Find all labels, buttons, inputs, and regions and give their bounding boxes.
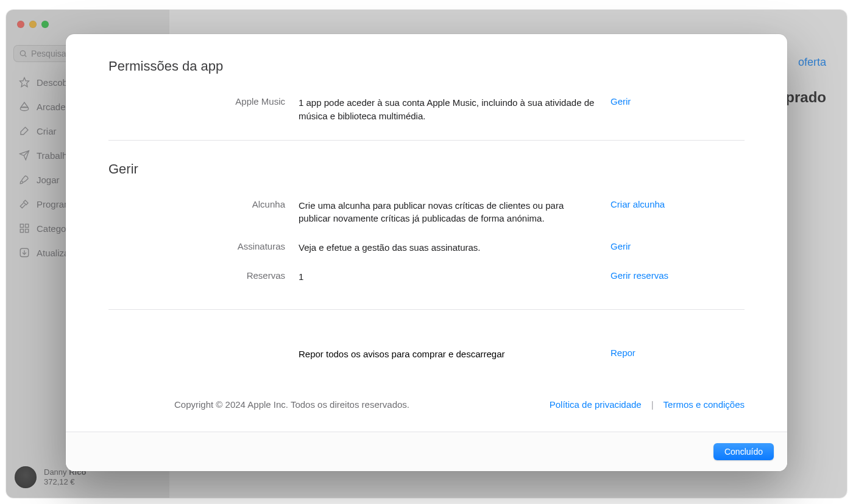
row-label: Reservas: [108, 270, 285, 284]
privacy-policy-link[interactable]: Política de privacidade: [550, 399, 642, 410]
svg-rect-7: [26, 229, 29, 233]
sidebar-item-label: Arcade: [37, 102, 66, 112]
svg-rect-4: [20, 224, 23, 227]
section-title-permissions: Permissões da app: [108, 58, 745, 74]
maximize-window-button[interactable]: [41, 21, 49, 28]
search-icon: [19, 49, 27, 58]
row-desc: Crie uma alcunha para publicar novas crí…: [299, 199, 597, 226]
row-desc: 1 app pode aceder à sua conta Apple Musi…: [299, 96, 597, 123]
row-desc: Veja e efetue a gestão das suas assinatu…: [299, 241, 597, 254]
row-desc: Repor todos os avisos para comprar e des…: [299, 348, 597, 361]
divider: [108, 140, 745, 141]
purchased-heading-fragment: prado: [785, 89, 826, 106]
arcade-icon: [18, 101, 30, 112]
star-icon: [18, 77, 30, 88]
account-settings-modal: Permissões da app Apple Music 1 app pode…: [66, 34, 787, 471]
row-label: Alcunha: [108, 199, 285, 226]
create-nickname-link[interactable]: Criar alcunha: [611, 199, 745, 226]
redeem-offer-link[interactable]: oferta: [798, 56, 826, 69]
svg-marker-2: [20, 78, 29, 87]
terms-link[interactable]: Termos e condições: [664, 399, 745, 410]
section-title-manage: Gerir: [108, 161, 745, 177]
row-reset-warnings: Repor todos os avisos para comprar e des…: [108, 331, 745, 368]
row-subscriptions: Assinaturas Veja e efetue a gestão das s…: [108, 236, 745, 265]
row-label: Apple Music: [108, 96, 285, 123]
window-controls: [17, 21, 49, 28]
svg-rect-6: [20, 229, 23, 233]
row-label: Assinaturas: [108, 241, 285, 254]
rocket-icon: [18, 174, 30, 185]
row-apple-music: Apple Music 1 app pode aceder à sua cont…: [108, 91, 745, 134]
modal-footer: Concluído: [66, 432, 787, 471]
hammer-icon: [18, 198, 30, 209]
search-placeholder: Pesquisa: [31, 49, 66, 58]
paperplane-icon: [18, 150, 30, 161]
user-balance: 372,12 €: [44, 477, 86, 487]
manage-preorders-link[interactable]: Gerir reservas: [611, 270, 745, 284]
row-nickname: Alcunha Crie uma alcunha para publicar n…: [108, 194, 745, 237]
download-icon: [18, 247, 30, 258]
svg-point-0: [20, 51, 25, 55]
manage-subscriptions-link[interactable]: Gerir: [611, 241, 745, 254]
done-button[interactable]: Concluído: [713, 443, 774, 460]
sidebar-item-label: Jogar: [37, 175, 60, 185]
brush-icon: [18, 125, 30, 136]
reset-warnings-link[interactable]: Repor: [611, 348, 745, 361]
separator: |: [651, 399, 654, 410]
divider: [108, 309, 745, 310]
sidebar-item-label: Criar: [37, 126, 57, 136]
grid-icon: [18, 223, 30, 234]
close-window-button[interactable]: [17, 21, 24, 28]
legal-footer: Copyright © 2024 Apple Inc. Todos os dir…: [108, 368, 745, 432]
modal-body: Permissões da app Apple Music 1 app pode…: [66, 34, 787, 432]
svg-line-1: [25, 55, 27, 57]
avatar: [15, 466, 37, 488]
manage-apple-music-link[interactable]: Gerir: [611, 96, 745, 123]
row-desc: 1: [299, 270, 597, 284]
svg-rect-5: [26, 224, 29, 227]
row-preorders: Reservas 1 Gerir reservas: [108, 265, 745, 295]
copyright-text: Copyright © 2024 Apple Inc. Todos os dir…: [174, 399, 409, 410]
minimize-window-button[interactable]: [29, 21, 37, 28]
